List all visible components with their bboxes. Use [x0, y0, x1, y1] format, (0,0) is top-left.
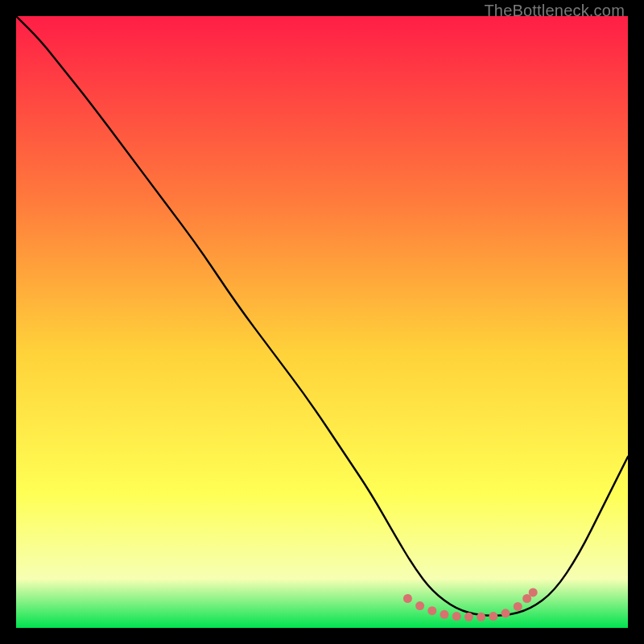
bottleneck-chart — [16, 16, 628, 628]
optimal-dot — [403, 594, 412, 603]
optimal-dot — [415, 601, 424, 610]
optimal-dot — [514, 602, 522, 611]
optimal-dot — [529, 588, 538, 597]
chart-frame — [16, 16, 628, 628]
gradient-background — [16, 16, 628, 628]
optimal-dot — [427, 606, 436, 615]
optimal-dot — [452, 612, 461, 621]
optimal-dot — [440, 610, 449, 619]
optimal-dot — [464, 613, 473, 621]
optimal-dot — [502, 609, 510, 617]
optimal-dot — [477, 613, 485, 621]
optimal-dot — [489, 612, 497, 621]
